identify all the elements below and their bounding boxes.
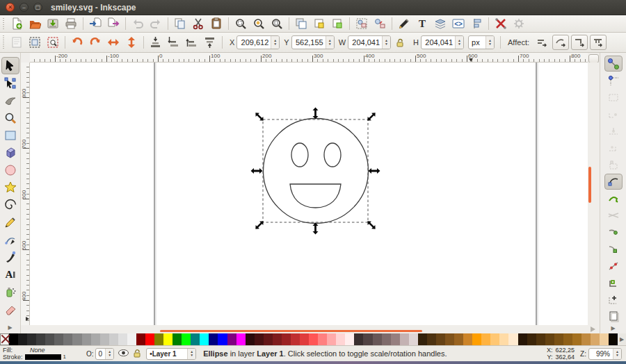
snap-nodes-icon[interactable] (604, 174, 623, 190)
palette-swatch[interactable] (236, 333, 246, 345)
opacity-field[interactable]: 0▲▼ (95, 348, 115, 360)
tool-bezier-pen[interactable] (1, 231, 19, 248)
palette-swatch[interactable] (309, 333, 318, 345)
layer-selector[interactable]: •Layer 1▲▼ (146, 348, 196, 360)
move-gradients-icon[interactable] (533, 35, 550, 50)
horizontal-ruler[interactable]: -200-1000100200300400500600700800 (30, 53, 588, 63)
palette-swatch[interactable] (127, 333, 136, 345)
palette-swatch[interactable] (591, 333, 600, 345)
palette-swatch[interactable] (499, 333, 508, 345)
export-icon[interactable] (104, 16, 122, 31)
layer-spin[interactable]: ▲▼ (187, 349, 195, 359)
snap-page-border-icon[interactable] (604, 308, 623, 324)
palette-swatch[interactable] (63, 333, 72, 345)
lower-to-bottom-icon[interactable] (147, 35, 165, 50)
cut-icon[interactable] (189, 16, 207, 31)
palette-swatch[interactable] (200, 333, 209, 345)
canvas[interactable] (30, 63, 588, 325)
palette-swatch[interactable] (109, 333, 118, 345)
palette-swatch[interactable] (518, 333, 527, 345)
print-icon[interactable] (62, 16, 80, 31)
move-patterns-icon[interactable] (590, 35, 607, 50)
tool-calligraphy[interactable] (1, 248, 19, 265)
zoom-selection-icon[interactable] (232, 16, 250, 31)
snap-smooth-nodes-icon[interactable] (604, 241, 623, 257)
zoom-drawing-icon[interactable] (250, 16, 268, 31)
raise-one-icon[interactable] (183, 35, 201, 50)
vertical-ruler[interactable]: 800700600500400 (21, 63, 30, 325)
palette-swatch[interactable] (273, 333, 282, 345)
tool-selector[interactable] (1, 57, 19, 74)
palette-swatch[interactable] (545, 333, 554, 345)
palette-swatch[interactable] (609, 333, 618, 345)
undo-icon[interactable] (129, 16, 147, 31)
unit-spin[interactable]: ▲▼ (485, 36, 494, 49)
toolbar-grip[interactable] (1, 18, 6, 30)
horizontal-scroll-thumb[interactable] (160, 330, 422, 332)
snap-midpoints-icon[interactable] (604, 258, 623, 274)
unlink-clone-icon[interactable] (328, 16, 346, 31)
ungroup-icon[interactable] (371, 16, 389, 31)
snap-bbox-edge-centers-icon[interactable] (604, 156, 623, 172)
palette-swatch[interactable] (82, 333, 91, 345)
palette-swatch[interactable] (463, 333, 472, 345)
tool-zoom[interactable] (1, 109, 19, 126)
palette-swatch[interactable] (581, 333, 591, 345)
palette-swatch[interactable] (91, 333, 100, 345)
tool-node-editor[interactable] (1, 74, 19, 92)
snap-bounding-box-icon[interactable] (604, 72, 623, 88)
redo-icon[interactable] (147, 16, 165, 31)
h-field[interactable]: 204,041▲▼ (421, 35, 464, 49)
palette-swatch[interactable] (209, 333, 218, 345)
snap-settings-icon[interactable] (510, 16, 528, 31)
palette-swatch[interactable] (182, 333, 191, 345)
layers-dialog-icon[interactable] (431, 16, 449, 31)
tool-palette-overflow-arrow[interactable]: ▶ (8, 324, 12, 331)
h-spin[interactable]: ▲▼ (455, 36, 463, 49)
palette-swatch[interactable] (409, 333, 418, 345)
palette-swatch[interactable] (264, 333, 273, 345)
snap-toolbar-overflow-arrow[interactable]: ▶ (611, 325, 615, 331)
palette-swatch[interactable] (218, 333, 227, 345)
palette-swatch[interactable] (554, 333, 563, 345)
palette-swatch[interactable] (282, 333, 291, 345)
x-spin[interactable]: ▲▼ (271, 36, 279, 49)
duplicate-icon[interactable] (292, 16, 310, 31)
palette-swatch[interactable] (481, 333, 490, 345)
palette-swatch[interactable] (154, 333, 163, 345)
import-icon[interactable] (86, 16, 104, 31)
palette-swatch[interactable] (118, 333, 127, 345)
toolbar-grip[interactable] (1, 35, 6, 49)
snap-cusp-nodes-icon[interactable] (604, 224, 623, 240)
flip-vertical-icon[interactable] (122, 35, 141, 50)
layer-lock-icon[interactable] (133, 349, 142, 359)
layer-visibility-icon[interactable] (118, 349, 129, 358)
snap-to-paths-icon[interactable] (604, 190, 623, 206)
palette-swatch[interactable] (72, 333, 81, 345)
palette-swatch[interactable] (600, 333, 609, 345)
tool-rectangle[interactable] (1, 126, 19, 144)
palette-swatch[interactable] (191, 333, 200, 345)
tool-box-3d[interactable] (1, 144, 19, 161)
palette-scroll-arrow[interactable]: ▶ (618, 333, 626, 345)
rotate-cw-icon[interactable] (86, 35, 104, 50)
snap-bbox-midpoints-icon[interactable] (604, 123, 623, 139)
fill-stroke-indicator[interactable]: Fill:None Stroke:1 (3, 347, 85, 361)
palette-swatch[interactable] (227, 333, 236, 345)
scale-stroke-icon[interactable] (552, 35, 569, 50)
palette-swatch[interactable] (527, 333, 536, 345)
y-spin[interactable]: ▲▼ (326, 36, 334, 49)
palette-swatch[interactable] (36, 333, 45, 345)
palette-swatch[interactable] (363, 333, 372, 345)
horizontal-scrollbar[interactable] (30, 325, 588, 333)
raise-to-top-icon[interactable] (201, 35, 219, 50)
palette-swatch[interactable] (490, 333, 499, 345)
lock-ratio-icon[interactable] (391, 35, 409, 50)
palette-swatch[interactable] (27, 333, 36, 345)
w-spin[interactable]: ▲▼ (382, 36, 390, 49)
align-distribute-icon[interactable] (467, 16, 485, 31)
palette-no-color[interactable] (0, 333, 9, 345)
tool-spiral[interactable] (1, 196, 19, 213)
select-all-layers-icon[interactable] (26, 35, 44, 50)
palette-swatch[interactable] (100, 333, 109, 345)
